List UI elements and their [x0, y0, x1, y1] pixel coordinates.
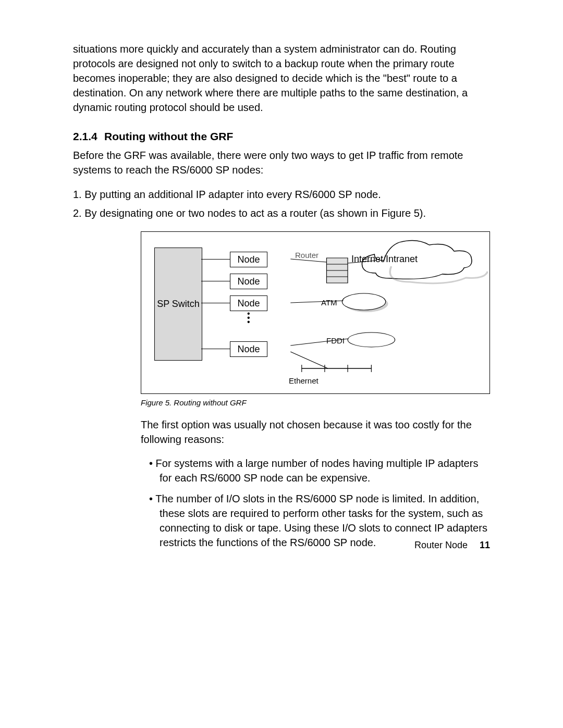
- list-item: • For systems with a large number of nod…: [141, 456, 490, 485]
- after-figure-paragraph: The first option was usually not chosen …: [141, 417, 490, 447]
- router-label: Router: [295, 251, 319, 260]
- svg-line-11: [290, 352, 328, 368]
- list-item: 1. By putting an additional IP adapter i…: [84, 187, 490, 202]
- figure-caption: Figure 5. Routing without GRF: [141, 398, 490, 407]
- section-heading: 2.1.4Routing without the GRF: [73, 130, 490, 143]
- section-number: 2.1.4: [73, 130, 104, 143]
- svg-point-5: [342, 293, 386, 310]
- footer-chapter: Router Node: [414, 540, 468, 550]
- fddi-label: FDDI: [326, 336, 345, 345]
- section-title: Routing without the GRF: [104, 130, 233, 142]
- list-item: 2. By designating one or two nodes to ac…: [84, 205, 490, 221]
- bullet-text: For systems with a large number of nodes…: [156, 458, 479, 484]
- page-number: 11: [480, 540, 490, 550]
- atm-label: ATM: [321, 298, 337, 307]
- ordered-list: 1. By putting an additional IP adapter i…: [73, 187, 490, 221]
- svg-point-6: [348, 332, 395, 347]
- ethernet-label: Ethernet: [289, 376, 319, 385]
- intro-paragraph: situations more quickly and accurately t…: [73, 42, 490, 115]
- figure-5: SP Switch Node Node Node Node •••: [141, 231, 490, 394]
- internet-cloud-label: Internet/Intranet: [351, 254, 418, 265]
- section-intro: Before the GRF was available, there were…: [73, 148, 490, 177]
- bullet-list: • For systems with a large number of nod…: [141, 456, 490, 550]
- page-footer: Router Node 11: [414, 540, 490, 551]
